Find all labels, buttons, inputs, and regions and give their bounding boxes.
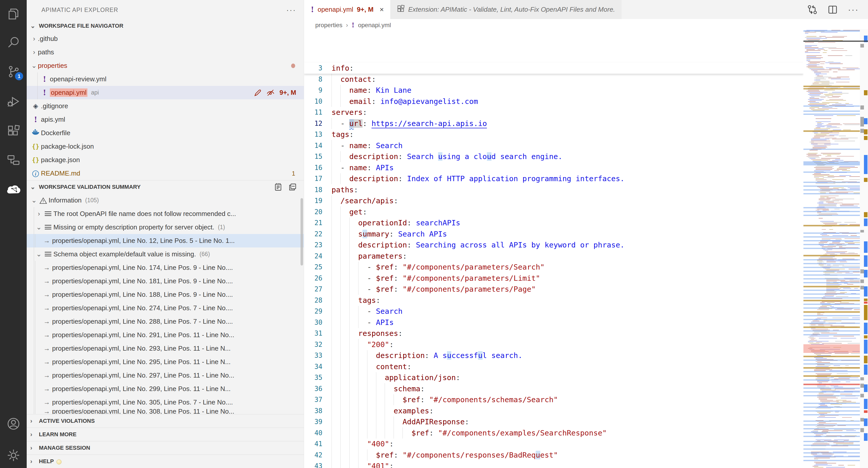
remote-references-icon[interactable] (0, 147, 27, 173)
code-line-22[interactable]: 22summary: Search APIs (304, 228, 803, 240)
validation-item[interactable]: ›The root OpenAPI file name does not fol… (27, 207, 304, 221)
code-line-14[interactable]: 14- name: Search (304, 140, 803, 151)
code-line-42[interactable]: 42$ref: "#/components/responses/BadReque… (304, 449, 803, 461)
validation-item[interactable]: →properties/openapi.yml, Line No. 299, L… (27, 382, 304, 396)
tab-extension-apimatic[interactable]: Extension: APIMatic - Validate, Lint, Au… (390, 0, 622, 19)
code-line-15[interactable]: 15description: Search using a cloud sear… (304, 151, 803, 162)
folder-properties[interactable]: ⌄properties (27, 59, 304, 72)
settings-gear-icon[interactable] (0, 443, 27, 468)
code-line-25[interactable]: 25- $ref: "#/components/parameters/Searc… (304, 262, 803, 273)
code-line-27[interactable]: 27- $ref: "#/components/parameters/Page" (304, 284, 803, 295)
sidebar-scrollbar[interactable] (301, 198, 303, 266)
code-line-20[interactable]: 20get: (304, 206, 803, 218)
code-line-26[interactable]: 26- $ref: "#/components/parameters/Limit… (304, 273, 803, 284)
code-line-31[interactable]: 31responses: (304, 328, 803, 339)
section-active-violations[interactable]: ›ACTIVE VIOLATIONS (27, 414, 304, 428)
tab-openapi-yml[interactable]: ! openapi.yml 9+, M × (304, 0, 390, 19)
file-openapi-review.yml[interactable]: !openapi-review.yml (27, 72, 304, 86)
file-Dockerfile[interactable]: Dockerfile (27, 126, 304, 140)
file-openapi.yml[interactable]: !openapi.ymlapi9+, M (27, 86, 304, 99)
code-line-34[interactable]: 34content: (304, 361, 803, 372)
minimap-highlight-band (803, 193, 860, 194)
close-icon[interactable]: × (380, 6, 384, 14)
validation-item[interactable]: →properties/openapi.yml, Line No. 174, L… (27, 261, 304, 274)
minimap-highlight-band (803, 186, 860, 187)
code-line-11[interactable]: 11servers: (304, 107, 803, 118)
accounts-icon[interactable] (0, 411, 27, 436)
code-line-24[interactable]: 24parameters: (304, 250, 803, 262)
sidebar-more-actions[interactable]: ··· (286, 6, 296, 14)
minimap[interactable] (803, 29, 860, 468)
validation-item[interactable]: →properties/openapi.yml, Line No. 288, L… (27, 315, 304, 328)
code-line-8[interactable]: 8contact: (304, 74, 803, 85)
code-line-33[interactable]: 33description: A successful search. (304, 350, 803, 361)
validation-item[interactable]: ⌄Schema object example/default value is … (27, 247, 304, 261)
code-line-37[interactable]: 37$ref: "#/components/schemas/Search" (304, 394, 803, 405)
section-manage-session[interactable]: ›MANAGE SESSION (27, 441, 304, 455)
code-line-13[interactable]: 13tags: (304, 129, 803, 140)
validation-item[interactable]: →properties/openapi.yml, Line No. 308, L… (27, 409, 304, 414)
edit-pencil-icon[interactable] (254, 89, 261, 97)
validation-item[interactable]: →properties/openapi.yml, Line No. 181, L… (27, 274, 304, 288)
validation-item[interactable]: →properties/openapi.yml, Line No. 295, L… (27, 355, 304, 369)
code-line-18[interactable]: 18paths: (304, 184, 803, 195)
validation-item[interactable]: →properties/openapi.yml, Line No. 12, Li… (27, 234, 304, 247)
validation-item[interactable]: ⌄Information(105) (27, 194, 304, 207)
code-line-38[interactable]: 38examples: (304, 405, 803, 416)
file-package-lock.json[interactable]: {}package-lock.json (27, 140, 304, 153)
section-help[interactable]: ›HELP (27, 455, 304, 468)
code-line-19[interactable]: 19/search/apis: (304, 195, 803, 207)
collapse-all-icon[interactable] (288, 183, 297, 191)
validation-item[interactable]: →properties/openapi.yml, Line No. 293, L… (27, 342, 304, 355)
code-line-36[interactable]: 36schema: (304, 383, 803, 394)
file-apis.yml[interactable]: !apis.yml (27, 113, 304, 126)
code-line-30[interactable]: 30- APIs (304, 317, 803, 328)
validation-item[interactable]: →properties/openapi.yml, Line No. 274, L… (27, 301, 304, 315)
eye-off-icon[interactable] (266, 89, 275, 97)
validation-item[interactable]: →properties/openapi.yml, Line No. 291, L… (27, 328, 304, 342)
file-navigator-header[interactable]: ⌄ WORKSPACE FILE NAVIGATOR (27, 20, 304, 32)
code-line-17[interactable]: 17description: Index of HTTP application… (304, 173, 803, 185)
code-line-35[interactable]: 35application/json: (304, 372, 803, 383)
code-line-23[interactable]: 23description: Searching across all APIs… (304, 240, 803, 251)
code-line-39[interactable]: 39AddAPIResponse: (304, 416, 803, 428)
validation-item[interactable]: ⌄Missing or empty description property f… (27, 221, 304, 234)
code-line-9[interactable]: 9name: Kin Lane (304, 85, 803, 96)
code-area[interactable]: 3info: 8contact:9name: Kin Lane10email: … (304, 31, 803, 468)
breadcrumb-folder[interactable]: properties (315, 22, 342, 29)
code-line-16[interactable]: 16- name: APIs (304, 162, 803, 173)
extensions-icon[interactable] (0, 119, 27, 144)
validation-item[interactable]: →properties/openapi.yml, Line No. 188, L… (27, 288, 304, 301)
code-line-40[interactable]: 40$ref: "#/components/examples/SearchRes… (304, 427, 803, 438)
code-line-10[interactable]: 10email: info@apievangelist.com (304, 96, 803, 107)
code-line-21[interactable]: 21operationId: searchAPIs (304, 218, 803, 229)
validation-summary-header[interactable]: ⌄ WORKSPACE VALIDATION SUMMARY (27, 180, 304, 194)
file-README.md[interactable]: iREADME.md1 (27, 167, 304, 180)
more-actions-icon[interactable]: ··· (848, 5, 859, 14)
folder-paths[interactable]: ›paths (27, 45, 304, 59)
section-learn-more[interactable]: ›LEARN MORE (27, 428, 304, 441)
validation-item[interactable]: →properties/openapi.yml, Line No. 305, L… (27, 396, 304, 409)
open-changes-icon[interactable] (807, 5, 817, 15)
code-line-43[interactable]: 43"401": (304, 461, 803, 468)
code-line-41[interactable]: 41"400": (304, 438, 803, 450)
code-line-12[interactable]: 12- url: https://search-api.apis.io (304, 118, 803, 129)
validation-item[interactable]: →properties/openapi.yml, Line No. 297, L… (27, 369, 304, 382)
file-.gitignore[interactable]: ◈.gitignore (27, 99, 304, 113)
code-line-28[interactable]: 28tags: (304, 295, 803, 306)
explorer-icon[interactable] (0, 1, 27, 27)
file-package.json[interactable]: {}package.json (27, 153, 304, 167)
source-control-icon[interactable]: 1 (0, 59, 27, 85)
run-debug-icon[interactable] (0, 89, 27, 114)
sticky-scroll-line[interactable]: 3info: (304, 63, 803, 74)
overview-ruler[interactable] (860, 29, 868, 468)
code-line-29[interactable]: 29- Search (304, 306, 803, 317)
apimatic-cloud-icon[interactable] (0, 177, 27, 202)
split-editor-icon[interactable] (828, 5, 838, 15)
breadcrumb-file[interactable]: openapi.yml (358, 22, 391, 29)
code-line-3[interactable]: 3info: (304, 63, 803, 74)
search-icon[interactable] (0, 30, 27, 55)
code-line-32[interactable]: 32"200": (304, 339, 803, 350)
folder-.github[interactable]: ›.github (27, 32, 304, 45)
report-icon[interactable] (274, 183, 282, 191)
